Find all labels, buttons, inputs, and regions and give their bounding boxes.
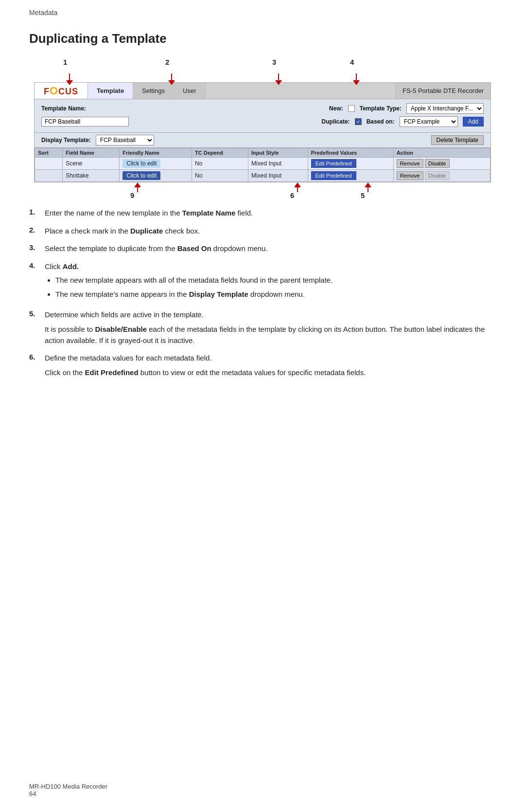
edit-predefined-shottake[interactable]: Edit Predefined bbox=[311, 171, 356, 180]
bullet-4-2: The new template's name appears in the D… bbox=[55, 289, 332, 300]
callout-2: 2 bbox=[165, 58, 169, 66]
display-template-label: Display Template: bbox=[41, 137, 91, 144]
ui-logo: FOCUS bbox=[35, 83, 88, 99]
duplicate-checkbox[interactable] bbox=[355, 118, 362, 125]
instruction-item-6: 6. Define the metadata values for each m… bbox=[29, 353, 496, 378]
tc-depend-shottake: No bbox=[192, 170, 248, 182]
bullet-4-1: The new template appears with all of the… bbox=[55, 275, 332, 286]
duplicate-label: Duplicate: bbox=[322, 118, 350, 125]
template-type-select[interactable]: Apple X Interchange F... bbox=[406, 103, 484, 114]
instructions: 1. Enter the name of the new template in… bbox=[29, 208, 496, 378]
field-name-shottake: Shottake bbox=[63, 170, 120, 182]
product-name: MR-HD100 Media Recorder bbox=[29, 783, 107, 790]
instruction-text-2: Place a check mark in the Duplicate chec… bbox=[45, 226, 200, 237]
friendly-name-shottake[interactable]: Click to edit bbox=[122, 171, 160, 180]
callout-3: 3 bbox=[272, 58, 276, 66]
metadata-table: Sort Field Name Friendly Name TC Depend … bbox=[35, 148, 490, 182]
instruction-item-3: 3. Select the template to duplicate from… bbox=[29, 243, 496, 254]
template-type-label: Template Type: bbox=[360, 105, 402, 112]
instruction-text-1: Enter the name of the new template in th… bbox=[45, 208, 253, 219]
template-name-input[interactable] bbox=[41, 117, 129, 126]
tab-recorder[interactable]: FS-5 Portable DTE Recorder bbox=[395, 83, 490, 99]
friendly-name-scene[interactable]: Click to edit bbox=[122, 159, 160, 168]
callout-9: 9 bbox=[130, 191, 134, 199]
new-label: New: bbox=[329, 105, 343, 112]
table-row: Shottake Click to edit No Mixed Input Ed… bbox=[35, 170, 490, 182]
col-friendly-name: Friendly Name bbox=[120, 148, 192, 158]
instruction-text-4: Click Add. The new template appears with… bbox=[45, 261, 332, 303]
callout-4: 4 bbox=[350, 58, 354, 66]
page-footer: MR-HD100 Media Recorder 64 bbox=[29, 783, 107, 797]
tab-template[interactable]: Template bbox=[88, 83, 133, 99]
table-row: Scene Click to edit No Mixed Input Edit … bbox=[35, 158, 490, 170]
instruction-item-1: 1. Enter the name of the new template in… bbox=[29, 208, 496, 219]
col-tc-depend: TC Depend bbox=[192, 148, 248, 158]
remove-scene[interactable]: Remove bbox=[397, 159, 423, 168]
instruction-text-3: Select the template to duplicate from th… bbox=[45, 243, 268, 254]
col-field-name: Field Name bbox=[63, 148, 120, 158]
ui-navbar: FOCUS Template Settings User FS-5 Portab… bbox=[35, 83, 490, 99]
col-input-style: Input Style bbox=[248, 148, 308, 158]
edit-predefined-scene[interactable]: Edit Predefined bbox=[311, 159, 356, 168]
page-number: 64 bbox=[29, 790, 107, 797]
instruction-num-4: 4. bbox=[29, 261, 40, 270]
bullets-4: The new template appears with all of the… bbox=[45, 275, 332, 300]
remove-shottake[interactable]: Remove bbox=[397, 171, 423, 180]
input-style-shottake: Mixed Input bbox=[248, 170, 308, 182]
instruction-num-6: 6. bbox=[29, 353, 40, 361]
ui-panel: FOCUS Template Settings User FS-5 Portab… bbox=[34, 82, 491, 182]
callout-5: 5 bbox=[361, 191, 365, 199]
page-header: Metadata bbox=[0, 0, 525, 17]
instruction-num-1: 1. bbox=[29, 208, 40, 216]
instruction-item-5: 5. Determine which fields are active in … bbox=[29, 309, 496, 346]
callout-6: 6 bbox=[290, 191, 294, 199]
delete-template-button[interactable]: Delete Template bbox=[431, 135, 484, 145]
instruction-item-2: 2. Place a check mark in the Duplicate c… bbox=[29, 226, 496, 237]
col-predefined: Predefined Values bbox=[308, 148, 393, 158]
col-sort: Sort bbox=[35, 148, 63, 158]
tc-depend-scene: No bbox=[192, 158, 248, 170]
input-style-scene: Mixed Input bbox=[248, 158, 308, 170]
instruction-num-2: 2. bbox=[29, 226, 40, 234]
based-on-select[interactable]: FCP Example bbox=[400, 116, 458, 127]
instruction-item-4: 4. Click Add. The new template appears w… bbox=[29, 261, 496, 303]
instruction-num-5: 5. bbox=[29, 309, 40, 318]
ui-form-area: Template Name: New: Template Type: Apple… bbox=[35, 99, 490, 133]
callout-1: 1 bbox=[63, 58, 67, 66]
col-action: Action bbox=[393, 148, 490, 158]
instruction-text-6: Define the metadata values for each meta… bbox=[45, 353, 366, 378]
disable-scene[interactable]: Disable bbox=[425, 159, 450, 168]
instruction-num-3: 3. bbox=[29, 243, 40, 252]
template-name-label: Template Name: bbox=[41, 105, 86, 112]
breadcrumb: Metadata bbox=[29, 9, 57, 17]
disable-shottake[interactable]: Disable bbox=[425, 171, 450, 180]
tab-user[interactable]: User bbox=[174, 83, 205, 99]
display-template-select[interactable]: FCP Baseball bbox=[96, 135, 154, 145]
instruction-text-5: Determine which fields are active in the… bbox=[45, 309, 496, 346]
new-checkbox[interactable] bbox=[348, 105, 355, 112]
based-on-label: Based on: bbox=[367, 118, 395, 125]
section-title: Duplicating a Template bbox=[29, 31, 496, 46]
display-template-row: Display Template: FCP Baseball Delete Te… bbox=[35, 133, 490, 148]
field-name-scene: Scene bbox=[63, 158, 120, 170]
add-button[interactable]: Add bbox=[463, 117, 484, 126]
